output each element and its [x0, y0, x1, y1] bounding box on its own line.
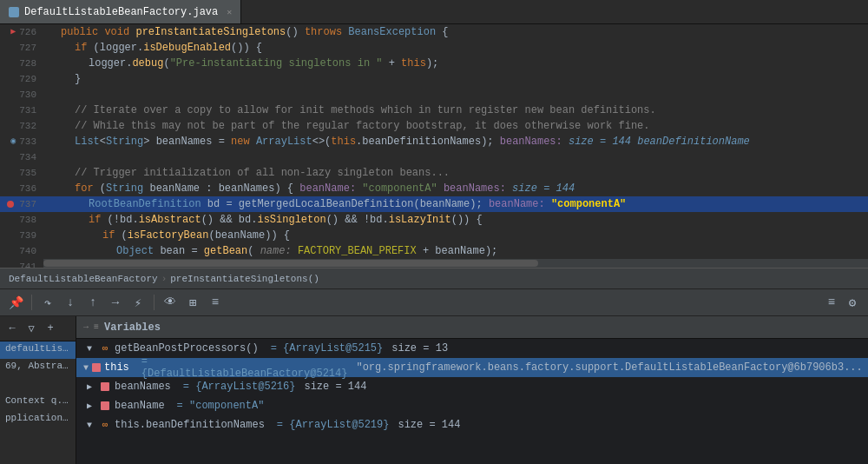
left-back-button[interactable]: ← — [3, 320, 21, 337]
code-line-733: ◉733List<String> beanNames = new ArrayLi… — [0, 134, 868, 149]
code-token: { — [436, 26, 448, 38]
var-row-2[interactable]: ▶beanNames = {ArrayList@5216}size = 144 — [76, 377, 868, 396]
line-gutter-727: 727 — [0, 40, 43, 56]
line-gutter-734: 734 — [0, 149, 43, 165]
left-panel-toolbar: ← ▽ + — [0, 316, 76, 341]
code-line-739: 739if (isFactoryBean(beanName)) { — [0, 228, 868, 243]
code-token: (beanName)) { — [208, 229, 290, 242]
code-token — [437, 182, 444, 195]
code-line-736: 736for (String beanName : beanNames) { b… — [0, 181, 868, 196]
line-gutter-733: ◉733 — [0, 134, 43, 149]
java-file-icon — [9, 7, 19, 17]
right-panel: → ≡ Variables ▼∞getBeanPostProcessors() … — [76, 316, 868, 464]
var-expand-3[interactable]: ▶ — [83, 400, 95, 412]
watch-button[interactable]: 👁 — [161, 294, 179, 311]
horizontal-scrollbar[interactable] — [43, 259, 868, 268]
layout-right-button[interactable]: ≡ — [823, 294, 840, 311]
code-content-734 — [43, 149, 47, 165]
code-token: if — [89, 214, 101, 226]
code-token: // While this may not be part of the reg… — [75, 120, 650, 132]
tab-label: DefaultListableBeanFactory.java — [24, 6, 218, 18]
code-token: < — [100, 136, 106, 148]
code-content-737: RootBeanDefinition bd = getMergedLocalBe… — [43, 196, 626, 212]
breakpoint-marker[interactable] — [7, 201, 14, 208]
line-number: 734 — [19, 149, 36, 165]
code-token: String — [106, 136, 143, 148]
panel-arrow: → — [83, 322, 89, 332]
code-content-732: // While this may not be part of the reg… — [43, 118, 650, 134]
left-panel-item-1[interactable]: 69, Abstra... — [0, 359, 76, 376]
run-to-cursor-button[interactable]: → — [107, 294, 124, 311]
line-number: 729 — [19, 71, 36, 87]
line-number: 735 — [19, 165, 36, 181]
var-expand-0[interactable]: ▼ — [83, 342, 95, 355]
left-panel-item-2[interactable] — [0, 376, 76, 394]
var-name-0: getBeanPostProcessors() — [115, 342, 259, 355]
code-token: isFactoryBean — [128, 229, 209, 242]
code-token: FACTORY_BEAN_PREFIX — [298, 245, 417, 257]
left-panel-item-3[interactable]: Context q... — [0, 394, 76, 411]
code-token: ()) { — [451, 214, 483, 226]
line-number: 726 — [19, 24, 36, 40]
code-token: () — [286, 26, 305, 38]
scrollbar-thumb[interactable] — [43, 260, 538, 267]
code-token: throws — [305, 26, 342, 38]
code-token — [250, 136, 256, 148]
code-content-739: if (isFactoryBean(beanName)) { — [43, 228, 290, 243]
evaluate-button[interactable]: ⚡ — [129, 294, 147, 311]
line-gutter-739: 739 — [0, 228, 43, 243]
step-out-button[interactable]: ↑ — [84, 294, 102, 311]
code-content-728: logger.debug("Pre-instantiating singleto… — [43, 56, 438, 71]
code-token: "componentA" — [362, 182, 437, 195]
field-icon — [92, 363, 101, 372]
code-token: beanNames: — [444, 182, 506, 195]
var-value-4: = {ArrayList@5219} — [277, 419, 390, 431]
code-token: isSingleton — [257, 214, 326, 226]
line-number: 738 — [19, 212, 36, 228]
layout-button[interactable]: ⊞ — [184, 294, 201, 311]
toolbar-separator — [31, 295, 32, 310]
line-number: 728 — [19, 56, 36, 71]
left-panel-item-4[interactable]: pplication... — [0, 411, 76, 428]
left-panel-item-0[interactable]: defaultLista... — [0, 341, 76, 359]
pin-button[interactable]: 📌 — [7, 294, 24, 311]
line-gutter-732: 732 — [0, 118, 43, 134]
code-token: } — [75, 73, 81, 85]
editor-area: ▶726public void preInstantiateSingletons… — [0, 24, 868, 268]
breadcrumb-part-1[interactable]: DefaultListableBeanFactory — [9, 274, 158, 284]
code-token: // Iterate over a copy to allow for init… — [75, 104, 656, 116]
var-row-4[interactable]: ▼∞this.beanDefinitionNames = {ArrayList@… — [76, 415, 868, 434]
step-over-button[interactable]: ↷ — [39, 294, 56, 311]
var-name-3: beanName — [115, 400, 165, 412]
left-add-button[interactable]: + — [42, 320, 59, 337]
columns-button[interactable]: ≡ — [207, 294, 224, 311]
step-into-button[interactable]: ↓ — [62, 294, 79, 311]
line-gutter-731: 731 — [0, 103, 43, 118]
code-content-740: Object bean = getBean( name: FACTORY_BEA… — [43, 243, 497, 259]
code-token: + — [382, 57, 401, 70]
line-gutter-740: 740 — [0, 243, 43, 259]
left-panel-items: defaultLista...69, Abstra...Context q...… — [0, 341, 76, 428]
settings-button[interactable]: ⚙ — [844, 294, 861, 311]
tab-close-button[interactable]: ✕ — [227, 7, 232, 17]
breadcrumb-part-2[interactable]: preInstantiateSingletons() — [170, 274, 319, 284]
left-filter-button[interactable]: ▽ — [23, 320, 40, 337]
var-expand-4[interactable]: ▼ — [83, 419, 95, 431]
var-row-3[interactable]: ▶beanName = "componentA" — [76, 396, 868, 415]
code-content-727: if (logger.isDebugEnabled()) { — [43, 40, 262, 56]
code-token: name: — [260, 245, 298, 257]
code-line-728: 728logger.debug("Pre-instantiating singl… — [0, 56, 868, 71]
code-content-730 — [43, 87, 47, 103]
var-value-3: = "componentA" — [177, 400, 265, 412]
code-token: isLazyInit — [389, 214, 451, 226]
variables-title: Variables — [104, 321, 161, 334]
code-token: new — [231, 136, 250, 148]
var-expand-1[interactable]: ▼ — [83, 361, 89, 374]
var-value-2: = {ArrayList@5216} — [183, 381, 296, 393]
var-row-1[interactable]: ▼this = {DefaultListableBeanFactory@5214… — [76, 358, 868, 377]
var-expand-2[interactable]: ▶ — [83, 381, 95, 393]
var-extra-0: size = 13 — [391, 342, 448, 355]
line-gutter-730: 730 — [0, 87, 43, 103]
editor-tab[interactable]: DefaultListableBeanFactory.java ✕ — [0, 0, 241, 23]
line-gutter-729: 729 — [0, 71, 43, 87]
